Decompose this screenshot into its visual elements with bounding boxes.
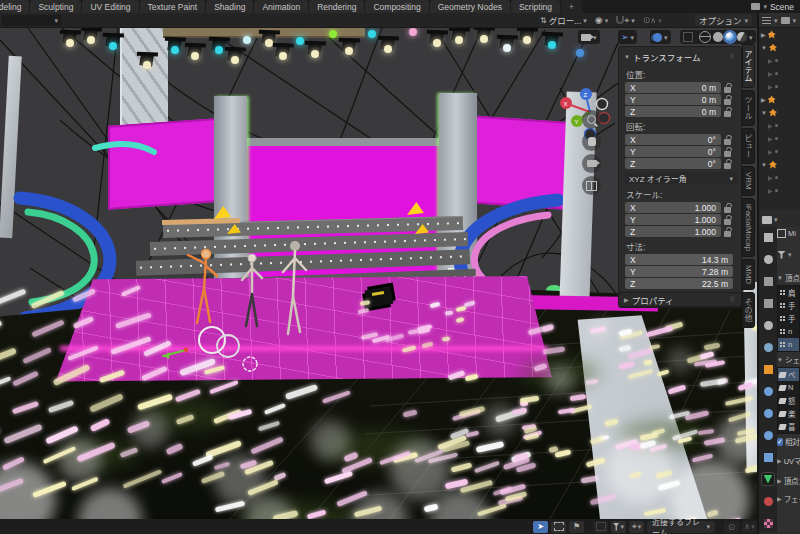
marker-tool[interactable]: ⚑: [569, 521, 584, 533]
loc-y-field[interactable]: Y0 m: [625, 94, 721, 105]
properties-tool-tab[interactable]: [762, 231, 774, 243]
outliner-row[interactable]: ▶: [759, 132, 800, 145]
scale-x-field[interactable]: X1.000: [625, 202, 721, 213]
vg-list-item[interactable]: 手: [778, 299, 799, 312]
outliner-row[interactable]: ▼: [759, 41, 800, 54]
snap-toggle[interactable]: [616, 16, 624, 24]
vertex-groups-panel-header[interactable]: ▼頂点グループ: [777, 271, 800, 284]
properties-render-tab[interactable]: [762, 253, 774, 265]
shape-keys-panel-header[interactable]: ▼シェイプキー: [777, 353, 800, 366]
proportional-edit-toggle[interactable]: ⊙: [724, 521, 739, 533]
properties-editor[interactable]: ▾ Mi ▾ ▼頂点グループ 肩手手nn ▼シェイプキー ベN怒楽喜 ✓相対的 …: [759, 212, 800, 532]
properties-texture-tab[interactable]: [762, 517, 774, 529]
properties-filter[interactable]: ▾: [777, 248, 800, 261]
camera-view-button[interactable]: [582, 154, 601, 173]
loc-z-field[interactable]: Z0 m: [625, 106, 721, 117]
face-maps-panel-header[interactable]: ▶フェイスマップ: [777, 492, 800, 505]
workspace-tab-texture-paint[interactable]: Texture Paint: [140, 0, 206, 13]
vertex-colors-panel-header[interactable]: ▶頂点カラー: [777, 474, 800, 487]
shading-mode-group[interactable]: ▾: [696, 30, 756, 44]
filter-dropdown[interactable]: ▾: [611, 521, 626, 533]
zoom-view-button[interactable]: [582, 110, 601, 129]
outliner[interactable]: ▾ ▾ ▶▼▶▶▶▶▼▶▶▶▼▶▶: [759, 13, 800, 210]
rot-x-field[interactable]: X0°: [625, 134, 721, 145]
show-gizmo-toggle[interactable]: ➢▾: [618, 30, 637, 44]
ghost-toggle[interactable]: [593, 521, 608, 533]
sk-list-item[interactable]: ベ: [778, 368, 799, 381]
outliner-row[interactable]: ▶: [759, 145, 800, 158]
properties-particles-tab[interactable]: [762, 407, 774, 419]
view-camera-dropdown[interactable]: ▾: [578, 30, 600, 44]
vg-list-item[interactable]: n: [778, 325, 799, 338]
properties-header[interactable]: ▾: [759, 212, 800, 227]
unlock-icon[interactable]: [724, 139, 731, 145]
proportional-falloff-dropdown[interactable]: ∧▾: [742, 521, 757, 533]
workspace-tab-rendering[interactable]: Rendering: [309, 0, 364, 13]
disclosure-triangle[interactable]: ▶: [768, 58, 773, 64]
vg-list-item[interactable]: n: [778, 338, 799, 351]
sk-list-item[interactable]: 楽: [778, 407, 799, 420]
proportional-edit-toggle[interactable]: ⊙: [643, 15, 651, 25]
panel-drag-handle[interactable]: ⠿: [730, 53, 736, 61]
workspace-tab-sculpting[interactable]: Sculpting: [30, 0, 81, 13]
unlock-icon[interactable]: [724, 219, 731, 225]
properties-breadcrumb[interactable]: Mi: [777, 227, 800, 240]
disclosure-triangle[interactable]: ▶: [768, 188, 773, 194]
relative-checkbox-row[interactable]: ✓相対的: [777, 435, 800, 448]
sidebar-tab-アイテム[interactable]: アイテム: [742, 44, 755, 88]
scene-selector[interactable]: ▾ Scene: [745, 0, 800, 13]
unlock-icon[interactable]: [724, 111, 731, 117]
unlock-icon[interactable]: [724, 231, 731, 237]
transform-orientation-dropdown[interactable]: ⇅ グロー...▾: [540, 14, 587, 26]
properties-constraints-tab[interactable]: [762, 451, 774, 463]
snap-mode-dropdown[interactable]: 近接するフレーム▾: [647, 521, 715, 533]
disclosure-triangle[interactable]: ▼: [761, 45, 767, 51]
vg-list-item[interactable]: 肩: [778, 286, 799, 299]
disclosure-triangle[interactable]: ▶: [768, 84, 773, 90]
outliner-row[interactable]: ▶: [759, 184, 800, 197]
sidebar-tab-VRM[interactable]: VRM: [742, 166, 755, 196]
workspace-tab-compositing[interactable]: Compositing: [365, 0, 428, 13]
scale-y-field[interactable]: Y1.000: [625, 214, 721, 225]
uv-maps-panel-header[interactable]: ▶UVマップ: [777, 454, 800, 467]
disclosure-triangle[interactable]: ▶: [768, 123, 773, 129]
pivot-point-dropdown[interactable]: ◉▾: [595, 15, 608, 25]
properties-material-tab[interactable]: [762, 495, 774, 507]
outliner-row[interactable]: ▼: [759, 106, 800, 119]
properties-subpanel-header[interactable]: ▶プロパティ ⠿: [618, 292, 742, 307]
rotation-mode-dropdown[interactable]: XYZ オイラー角▾: [625, 172, 737, 184]
disclosure-triangle[interactable]: ▶: [761, 97, 766, 103]
disclosure-triangle[interactable]: ▼: [761, 110, 767, 116]
sk-list-item[interactable]: N: [778, 381, 799, 394]
material-shading-icon[interactable]: [725, 32, 735, 42]
properties-object-tab[interactable]: [762, 363, 774, 375]
solid-shading-icon[interactable]: [713, 32, 723, 42]
workspace-tab-shading[interactable]: Shading: [206, 0, 253, 13]
proportional-falloff-dropdown[interactable]: ∧▾: [650, 16, 661, 25]
perspective-toggle-button[interactable]: [582, 176, 601, 195]
wireframe-shading-icon[interactable]: [699, 31, 711, 43]
outliner-row[interactable]: ▶: [759, 67, 800, 80]
navigation-gizmo[interactable]: Z X Y: [552, 58, 614, 146]
vg-list-item[interactable]: 手: [778, 312, 799, 325]
sidebar-tab-MMD[interactable]: MMD: [742, 259, 755, 290]
workspace-tab-geometry-nodes[interactable]: Geometry Nodes: [430, 0, 510, 13]
sidebar-tab-iFacialMocap[interactable]: iFacialMocap: [742, 198, 755, 257]
loc-x-field[interactable]: X0 m: [625, 82, 721, 93]
disclosure-triangle[interactable]: ▶: [768, 71, 773, 77]
transform-panel-header[interactable]: ▼トランスフォーム ⠿: [619, 47, 741, 65]
select-tweak-tool[interactable]: ➤: [533, 521, 548, 533]
unlock-icon[interactable]: [724, 151, 731, 157]
dim-x-field[interactable]: X14.3 m: [625, 254, 733, 265]
box-select-tool[interactable]: [551, 521, 566, 533]
unlock-icon[interactable]: [724, 207, 731, 213]
disclosure-triangle[interactable]: ▶: [761, 32, 766, 38]
mode-dropdown[interactable]: ▾: [2, 15, 62, 26]
snap-dropdown[interactable]: ⌖▾: [629, 521, 644, 533]
checkbox-checked-icon[interactable]: ✓: [777, 438, 783, 446]
pan-view-button[interactable]: [582, 132, 601, 151]
properties-output-tab[interactable]: [762, 275, 774, 287]
add-workspace-button[interactable]: +: [561, 0, 582, 13]
properties-world-tab[interactable]: [762, 341, 774, 353]
dim-z-field[interactable]: Z22.5 m: [625, 278, 733, 289]
